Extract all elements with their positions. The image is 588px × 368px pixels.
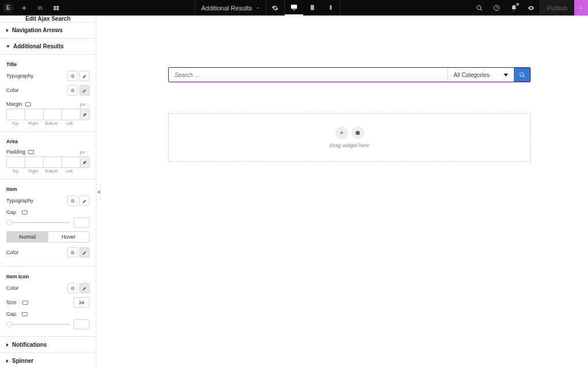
topbar-center: Additional Results [195,0,340,16]
topbar: E Additional Results [0,0,588,16]
row-item-typography: Typography [6,194,90,207]
tab-normal[interactable]: Normal [7,232,48,242]
icon-gap-input[interactable] [74,319,90,329]
margin-right-input[interactable] [25,109,43,120]
responsive-icon[interactable] [28,150,34,154]
row-icon-color: Color [6,282,90,294]
padding-right-input[interactable] [25,156,43,168]
padding-inputs [6,156,90,168]
add-widget-button[interactable] [16,0,32,16]
add-template-button[interactable] [351,126,364,139]
topbar-right: ? Publish [471,0,588,16]
ajax-search-widget: All Categories [168,67,531,82]
global-style-button[interactable] [67,195,78,206]
section-additional-results[interactable]: Additional Results [0,39,96,55]
category-dropdown[interactable]: All Categories [447,68,514,82]
dropzone-text: Drag widget here [330,143,369,148]
color-picker-button[interactable] [79,283,90,293]
chevron-down-icon [504,74,508,76]
svg-text:?: ? [496,6,497,10]
edit-typography-button[interactable] [79,195,90,206]
row-title-color: Color [6,84,90,97]
gap-value-input[interactable] [74,217,90,228]
breadcrumb[interactable]: Additional Results [195,0,266,16]
margin-top-input[interactable] [6,109,25,120]
device-desktop[interactable] [285,0,303,16]
structure-button[interactable] [48,0,64,16]
padding-bottom-input[interactable] [43,156,61,168]
global-color-button[interactable] [67,283,78,293]
link-values-button[interactable] [80,109,90,120]
section-notifications[interactable]: Notifications [0,336,96,353]
svg-rect-1 [330,5,331,10]
section-navigation-arrows[interactable]: Navigation Arrows [0,22,96,39]
preview-button[interactable] [523,0,540,16]
chevron-down-icon [6,45,10,48]
breadcrumb-label: Additional Results [201,5,252,12]
responsive-icon[interactable] [22,301,28,305]
subheading-title: Title [6,62,90,67]
row-padding: Padding px [6,149,90,155]
row-title-typography: Typography [6,70,90,82]
global-color-button[interactable] [67,247,78,258]
group-item: Item Typography Gap Normal Hover Color [0,179,96,267]
global-style-button[interactable] [67,71,78,81]
subheading-item: Item [6,186,90,192]
icon-size-input[interactable] [74,297,90,308]
group-item-icon: Item Icon Color Size Gap [0,267,96,336]
row-icon-size: Size [6,296,90,309]
canvas: All Categories Drag widget here [96,16,588,368]
gap-slider[interactable] [6,217,90,228]
row-margin: Margin px [6,101,90,107]
sidebar-title: Edit Ajax Search [0,16,96,22]
state-tabs: Normal Hover [6,231,90,243]
publish-options-button[interactable] [574,0,588,16]
global-color-button[interactable] [67,85,78,95]
section-spinner[interactable]: Spinner [0,353,96,368]
row-item-color: Color [6,246,90,259]
sidebar-collapse-handle[interactable] [96,184,101,200]
publish-button: Publish [540,0,574,16]
device-tablet[interactable] [303,0,322,16]
unit-select[interactable]: px [80,150,90,155]
chevron-right-icon [6,29,9,32]
responsive-icon[interactable] [25,102,31,106]
notifications-button[interactable] [505,0,523,16]
device-mobile[interactable] [322,0,340,16]
tab-hover[interactable]: Hover [48,232,90,242]
empty-section-dropzone[interactable]: Drag widget here [168,113,531,162]
main: Edit Ajax Search Navigation Arrows Addit… [0,16,588,368]
icon-gap-slider[interactable] [6,319,90,329]
subheading-area: Area [6,139,90,144]
link-values-button[interactable] [80,156,90,168]
responsive-icon[interactable] [22,312,28,316]
color-picker-button[interactable] [79,247,90,258]
add-widget-button[interactable] [335,126,348,139]
group-title: Title Typography Color Margin px [0,55,96,132]
padding-left-input[interactable] [61,156,80,168]
search-input[interactable] [169,68,447,82]
topbar-left: E [0,0,64,16]
page-settings-button[interactable] [266,0,285,16]
group-area: Area Padding px Top Right Bottom Left [0,132,96,179]
finder-button[interactable] [471,0,488,16]
responsive-icon[interactable] [22,210,28,214]
device-switcher [285,0,341,16]
chevron-right-icon [6,359,9,363]
elementor-logo[interactable]: E [0,3,16,13]
search-button[interactable] [514,68,530,82]
color-picker-button[interactable] [79,85,90,95]
help-button[interactable]: ? [488,0,505,16]
subheading-item-icon: Item Icon [6,274,90,279]
edit-typography-button[interactable] [79,71,90,81]
chevron-right-icon [6,343,9,347]
margin-left-input[interactable] [61,109,80,120]
margin-inputs [6,109,90,120]
margin-bottom-input[interactable] [43,109,61,120]
sidebar: Edit Ajax Search Navigation Arrows Addit… [0,16,96,368]
svg-rect-0 [311,5,314,10]
padding-top-input[interactable] [6,156,25,168]
unit-select[interactable]: px [80,102,90,107]
panel-settings-button[interactable] [32,0,48,16]
